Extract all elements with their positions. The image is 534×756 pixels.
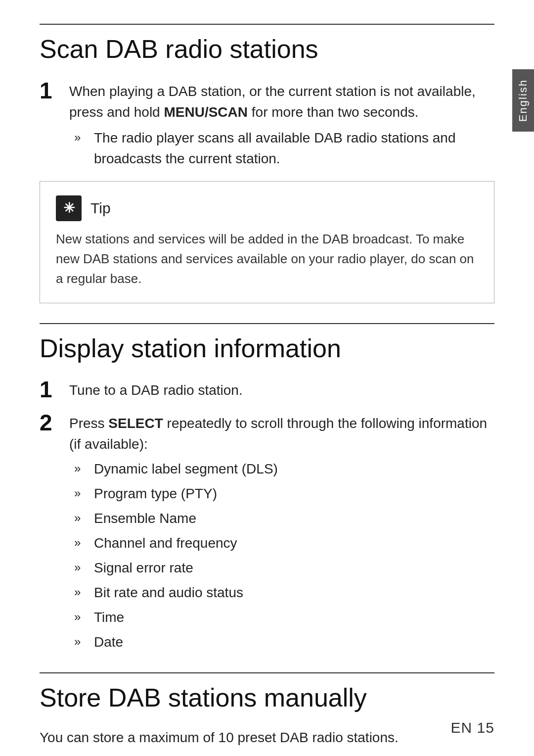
display-step-1-text: Tune to a DAB radio station. [69,382,243,398]
section-display: Display station information 1 Tune to a … [40,323,494,653]
list-item: »Signal error rate [74,558,494,578]
tip-body: New stations and services will be added … [56,229,478,289]
list-item-arrow: » [74,607,94,626]
section-store: Store DAB stations manually You can stor… [40,672,494,756]
side-tab-label: English [517,79,530,122]
list-item-arrow: » [74,483,94,502]
scan-step-1-number: 1 [40,78,69,103]
list-item-text: Ensemble Name [94,508,196,529]
store-title: Store DAB stations manually [40,683,494,713]
scan-step-1-sub: » The radio player scans all available D… [74,128,494,169]
tip-label: Tip [90,200,111,217]
display-info-list: »Dynamic label segment (DLS)»Program typ… [69,459,494,653]
list-item-arrow: » [74,459,94,477]
scan-step-1-bold: MENU/SCAN [164,104,248,120]
list-item: »Ensemble Name [74,508,494,529]
display-step-2-bold: SELECT [108,416,163,431]
list-item-text: Program type (PTY) [94,483,217,504]
display-step-1-content: Tune to a DAB radio station. [69,377,494,401]
tip-icon: ✳ [56,195,82,221]
scan-step-1-text-after: for more than two seconds. [248,104,419,120]
list-item-text: Dynamic label segment (DLS) [94,459,278,479]
list-item-arrow: » [74,582,94,601]
list-item-arrow: » [74,508,94,527]
tip-header: ✳ Tip [56,195,478,221]
list-item: »Bit rate and audio status [74,582,494,603]
display-title: Display station information [40,334,494,364]
display-step-1: 1 Tune to a DAB radio station. [40,377,494,402]
page-footer: EN 15 [0,719,534,736]
scan-step-1-content: When playing a DAB station, or the curre… [69,78,494,169]
list-item-text: Signal error rate [94,558,193,578]
scan-step-1-sub-text: The radio player scans all available DAB… [94,128,494,169]
display-step-2: 2 Press SELECT repeatedly to scroll thro… [40,410,494,653]
page-number: EN 15 [451,719,494,736]
list-item-text: Time [94,607,124,628]
display-step-1-number: 1 [40,377,69,402]
section-scan: Scan DAB radio stations 1 When playing a… [40,24,494,303]
list-item-text: Channel and frequency [94,533,237,554]
display-step-2-content: Press SELECT repeatedly to scroll throug… [69,410,494,653]
list-item: »Channel and frequency [74,533,494,554]
list-item-arrow: » [74,632,94,651]
list-item-text: Bit rate and audio status [94,582,243,603]
display-step-2-number: 2 [40,410,69,435]
list-item: »Dynamic label segment (DLS) [74,459,494,479]
page-container: English Scan DAB radio stations 1 When p… [0,0,534,756]
list-item: »Time [74,607,494,628]
list-item-text: Date [94,632,123,653]
side-tab: English [512,69,534,132]
list-item: »Date [74,632,494,653]
section-divider-scan [40,24,494,25]
list-item-arrow: » [74,558,94,576]
section-divider-display [40,323,494,324]
scan-step-1-arrow: » [74,128,94,146]
display-step-2-text-before: Press [69,416,108,431]
list-item-arrow: » [74,533,94,552]
tip-box: ✳ Tip New stations and services will be … [40,181,494,303]
scan-step-1: 1 When playing a DAB station, or the cur… [40,78,494,169]
tip-icon-symbol: ✳ [63,200,75,216]
section-divider-store [40,672,494,673]
scan-title: Scan DAB radio stations [40,35,494,64]
list-item: »Program type (PTY) [74,483,494,504]
